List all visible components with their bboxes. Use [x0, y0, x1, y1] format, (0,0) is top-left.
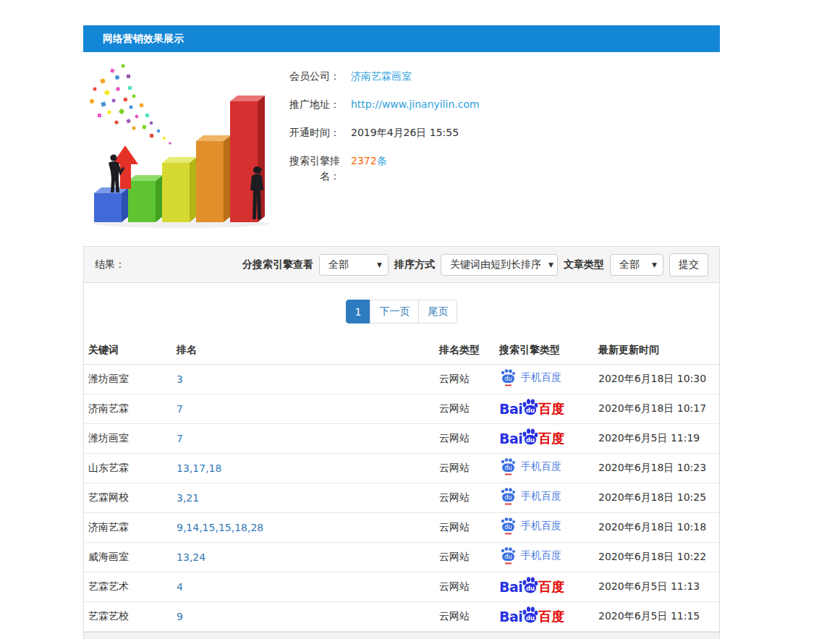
baidu-cn-text: 百度: [538, 608, 564, 625]
table-header-row: 关键词 排名 排名类型 搜索引擎类型 最新更新时间: [84, 337, 721, 364]
engine-cell: du 手机百度 Bai du 百度: [495, 453, 594, 483]
confetti: [90, 64, 171, 145]
mobile-baidu-label: 手机百度: [521, 371, 561, 384]
baidu-bai-text: Bai: [499, 401, 522, 417]
baidu-cn-text: 百度: [538, 578, 564, 596]
engine-cell: du 手机百度 Bai du 百度: [495, 601, 594, 631]
bar-orange: [196, 135, 231, 222]
baidu-pc-badge[interactable]: Bai du 百度: [499, 606, 564, 627]
rank-link[interactable]: 4: [177, 581, 183, 593]
table-row: 艺霖艺术 4 云网站 du 手机百度 Bai: [84, 572, 721, 601]
rank-link[interactable]: 13,24: [177, 551, 205, 563]
bar-yellow: [162, 157, 197, 222]
header-engine-type: 搜索引擎类型: [495, 337, 594, 364]
keyword-cell: 威海画室: [84, 542, 172, 572]
article-type-value: 全部: [619, 258, 645, 271]
pagination-next[interactable]: 下一页: [370, 300, 419, 323]
update-time-cell: 2020年6月18日 10:30: [594, 364, 721, 394]
info-row-url: 推广地址： http://www.jinanyilin.com: [275, 97, 480, 112]
page-container: 网络营销效果展示: [83, 25, 720, 639]
result-label: 结果：: [95, 258, 125, 271]
engine-filter-select[interactable]: 全部 ▼: [319, 254, 389, 276]
filter-bar: 结果： 分搜索引擎查看 全部 ▼ 排序方式 关键词由短到长排序 ▼ 文章类型 全…: [84, 247, 719, 283]
engine-cell: du 手机百度 Bai du 百度: [495, 394, 594, 423]
mobile-baidu-badge[interactable]: du 手机百度: [499, 487, 561, 506]
rank-link[interactable]: 13,17,18: [177, 462, 221, 474]
update-time-cell: 2020年6月5日 11:19: [594, 423, 721, 453]
update-time-cell: 2020年6月5日 11:13: [594, 572, 721, 601]
sort-filter-label: 排序方式: [394, 258, 435, 271]
table-row: 潍坊画室 7 云网站 du 手机百度 Bai: [84, 423, 721, 453]
engine-cell: du 手机百度 Bai du 百度: [495, 512, 594, 542]
svg-text:du: du: [504, 465, 512, 471]
promo-url-label: 推广地址：: [275, 97, 340, 112]
mobile-baidu-badge[interactable]: du 手机百度: [499, 517, 561, 536]
svg-text:du: du: [504, 524, 512, 530]
baidu-paw-icon: du: [521, 428, 539, 445]
baidu-pc-badge[interactable]: Bai du 百度: [499, 398, 564, 420]
mobile-baidu-badge[interactable]: du 手机百度: [499, 457, 561, 476]
rank-link[interactable]: 7: [177, 403, 183, 415]
keyword-cell: 山东艺霖: [84, 453, 172, 483]
table-row: 艺霖网校 3,21 云网站 du 手机百度 Ba: [84, 483, 721, 512]
engine-rank-value: 2372条: [351, 153, 387, 184]
rank-type-cell: 云网站: [435, 483, 495, 512]
rank-type-cell: 云网站: [435, 572, 495, 601]
baidu-cn-text: 百度: [538, 400, 564, 418]
promo-url-link[interactable]: http://www.jinanyilin.com: [351, 97, 480, 112]
page-title: 网络营销效果展示: [83, 33, 184, 46]
svg-text:du: du: [526, 436, 535, 443]
results-table-body: 潍坊画室 3 云网站 du 手机百度 Bai: [84, 364, 721, 631]
keyword-cell: 艺霖艺校: [84, 601, 172, 631]
rank-link[interactable]: 9,14,15,15,18,28: [177, 522, 263, 533]
pagination: 1 下一页 尾页: [84, 283, 719, 337]
keyword-cell: 潍坊画室: [84, 364, 172, 394]
pagination-last[interactable]: 尾页: [418, 300, 457, 323]
rank-count-number: 2372: [351, 155, 377, 166]
table-row: 山东艺霖 13,17,18 云网站 du 手机百度: [84, 453, 721, 483]
chevron-down-icon: ▼: [548, 261, 553, 268]
engine-cell: du 手机百度 Bai du 百度: [495, 423, 594, 453]
rank-link[interactable]: 3,21: [177, 492, 199, 504]
submit-button[interactable]: 提交: [669, 253, 708, 276]
table-row: 济南艺霖 7 云网站 du 手机百度 Bai: [84, 394, 721, 423]
open-time-label: 开通时间：: [275, 125, 340, 140]
header-keyword: 关键词: [84, 337, 172, 364]
rank-link[interactable]: 9: [177, 611, 183, 622]
results-panel: 结果： 分搜索引擎查看 全部 ▼ 排序方式 关键词由短到长排序 ▼ 文章类型 全…: [83, 246, 720, 639]
mobile-baidu-label: 手机百度: [521, 549, 561, 562]
mobile-baidu-badge[interactable]: du 手机百度: [499, 368, 561, 387]
keyword-cell: 潍坊画室: [84, 423, 172, 453]
svg-text:du: du: [526, 584, 535, 591]
info-fields: 会员公司： 济南艺霖画室 推广地址： http://www.jinanyilin…: [275, 62, 480, 239]
engine-cell: du 手机百度 Bai du 百度: [495, 572, 594, 601]
update-time-cell: 2020年6月18日 10:18: [594, 512, 721, 542]
rank-link[interactable]: 7: [177, 433, 183, 444]
filter-group: 分搜索引擎查看 全部 ▼ 排序方式 关键词由短到长排序 ▼ 文章类型 全部 ▼ …: [242, 253, 708, 276]
rank-type-cell: 云网站: [435, 601, 495, 631]
bar-green: [128, 175, 163, 222]
article-type-select[interactable]: 全部 ▼: [610, 254, 663, 276]
update-time-cell: 2020年6月18日 10:23: [594, 453, 721, 483]
mobile-baidu-label: 手机百度: [521, 490, 561, 503]
update-time-cell: 2020年6月5日 11:15: [594, 601, 721, 631]
update-time-cell: 2020年6月18日 10:22: [594, 542, 721, 572]
pagination-page-1[interactable]: 1: [346, 300, 371, 323]
rank-count-unit: 条: [377, 155, 387, 166]
rank-link[interactable]: 3: [177, 373, 183, 385]
info-row-member: 会员公司： 济南艺霖画室: [275, 69, 480, 84]
engine-cell: du 手机百度 Bai du 百度: [495, 364, 594, 394]
mobile-baidu-label: 手机百度: [521, 460, 561, 473]
member-company-link[interactable]: 济南艺霖画室: [351, 69, 412, 84]
table-row: 艺霖艺校 9 云网站 du 手机百度 Bai: [84, 601, 721, 631]
keyword-cell: 艺霖艺术: [84, 572, 172, 601]
update-time-cell: 2020年6月18日 10:17: [594, 394, 721, 423]
engine-filter-label: 分搜索引擎查看: [242, 258, 313, 271]
info-row-open-time: 开通时间： 2019年4月26日 15:55: [275, 125, 480, 140]
baidu-pc-badge[interactable]: Bai du 百度: [499, 428, 564, 449]
baidu-pc-badge[interactable]: Bai du 百度: [499, 576, 564, 598]
bar-chart-illustration: [83, 62, 271, 232]
baidu-paw-icon: du: [499, 457, 517, 476]
mobile-baidu-badge[interactable]: du 手机百度: [499, 546, 561, 565]
sort-select[interactable]: 关键词由短到长排序 ▼: [441, 254, 558, 276]
